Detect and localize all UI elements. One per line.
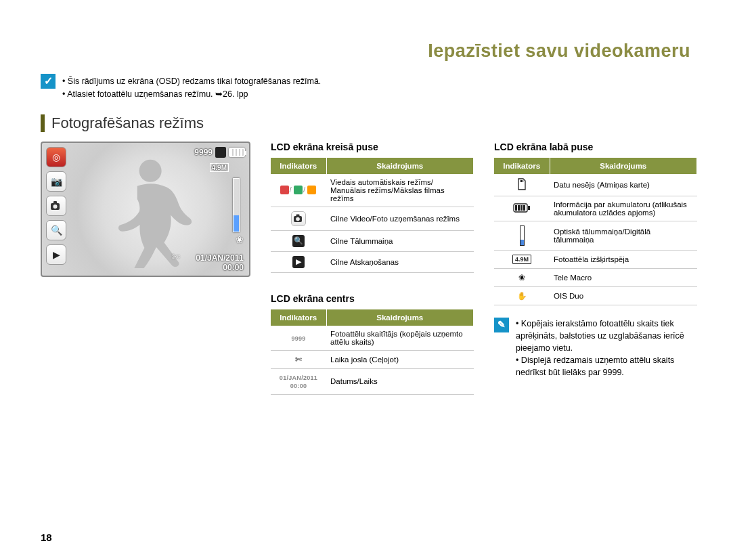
- table-row: ❀ Tele Macro: [494, 268, 697, 286]
- playback-tab-icon: ▶: [292, 256, 305, 268]
- right-table-heading: LCD ekrāna labā puse: [494, 142, 697, 152]
- table-row: / / Viedais automātiskais režīms/ Manuāl…: [271, 174, 474, 207]
- ois-duo-icon: ✋: [517, 292, 527, 300]
- resolution-icon: 4.9M: [512, 255, 531, 264]
- svg-rect-14: [523, 205, 525, 211]
- table-row: ▶ Cilne Atskaņošanas: [271, 251, 474, 272]
- sd-icon: [215, 147, 226, 158]
- svg-point-1: [53, 204, 58, 209]
- row-desc: Cilne Tālummaiņa: [326, 230, 474, 251]
- lcd-counter: 9999: [194, 148, 213, 157]
- left-table-heading: LCD ekrāna kreisā puse: [271, 142, 474, 152]
- page-number: 18: [41, 532, 52, 543]
- counter-icon: 9999: [291, 335, 305, 342]
- intro-bullets: • Šis rādījums uz ekrāna (OSD) redzams t…: [62, 74, 321, 101]
- page-title: Iepazīstiet savu videokameru: [41, 41, 690, 62]
- row-desc: Datums/Laiks: [326, 368, 474, 395]
- mode-icon-red: [280, 186, 289, 194]
- table-row: ✋ OIS Duo: [494, 286, 697, 305]
- svg-rect-8: [523, 180, 523, 182]
- th-description: Skaidrojums: [326, 309, 474, 326]
- note-content: • Kopējais ierakstāmo fotoattēlu skaits …: [516, 318, 697, 379]
- zoom-bar: [233, 178, 240, 232]
- row-desc: Cilne Video/Foto uzņemšanas režīms: [326, 207, 474, 230]
- battery-info-icon: [513, 203, 531, 213]
- row-desc: Fotoattēlu skaitītājs (kopējais uzņemto …: [326, 326, 474, 351]
- table-row: 🔍 Cilne Tālummaiņa: [271, 230, 474, 251]
- row-desc: Informācija par akumulatoru (atlikušais …: [550, 196, 697, 221]
- intro-line-1: Šis rādījums uz ekrāna (OSD) redzams tik…: [68, 77, 321, 86]
- lcd-preview: ◎ 📷 🔍 ▶ 9999 4.9M ❀ ✄ 01/JAN/2011: [41, 142, 250, 277]
- intro-line-2: Atlasiet fotoattēlu uzņemšanas režīmu. ➥…: [67, 89, 248, 99]
- datetime-icon: 01/JAN/2011 00:00: [280, 374, 317, 390]
- playback-tab-button[interactable]: ▶: [46, 244, 66, 265]
- section-title: Fotografēšanas režīms: [41, 114, 690, 132]
- macro-icon: ❀: [236, 234, 244, 245]
- center-table-heading: LCD ekrāna centrs: [271, 293, 474, 304]
- left-table: Indikators Skaidrojums / / Viedais autom…: [271, 158, 474, 273]
- svg-rect-10: [528, 206, 530, 210]
- svg-rect-11: [515, 205, 517, 211]
- silhouette-icon: [103, 156, 204, 268]
- check-icon: ✓: [41, 74, 56, 89]
- th-indicator: Indikators: [271, 158, 326, 174]
- th-description: Skaidrojums: [550, 158, 697, 174]
- row-desc: Tele Macro: [550, 268, 697, 286]
- th-description: Skaidrojums: [326, 158, 474, 174]
- table-row: 01/JAN/2011 00:00 Datums/Laiks: [271, 368, 474, 395]
- timezone-icon: ✄: [295, 356, 302, 364]
- scissors-icon: ✄: [172, 251, 180, 262]
- note-line-1: Kopējais ierakstāmo fotoattēlu skaits ti…: [516, 319, 684, 353]
- lcd-date: 01/JAN/2011: [196, 253, 244, 263]
- photo-tab-button[interactable]: 📷: [46, 171, 66, 192]
- sd-card-icon: [516, 178, 527, 190]
- right-table: Indikators Skaidrojums Datu nesējs (Atmi…: [494, 158, 697, 305]
- battery-icon: [229, 148, 245, 157]
- zoom-tab-button[interactable]: 🔍: [46, 220, 66, 240]
- mode-icon-green: [294, 186, 303, 194]
- note-line-2: Displejā redzamais uzņemto attēlu skaits…: [516, 356, 674, 377]
- row-desc: Viedais automātiskais režīms/ Manuālais …: [326, 174, 474, 207]
- th-indicator: Indikators: [271, 309, 326, 326]
- lcd-resolution: 4.9M: [210, 163, 229, 172]
- table-row: Cilne Video/Foto uzņemšanas režīms: [271, 207, 474, 230]
- svg-rect-2: [53, 201, 57, 204]
- table-row: 9999 Fotoattēlu skaitītājs (kopējais uzņ…: [271, 326, 474, 351]
- svg-rect-6: [520, 180, 520, 182]
- lcd-time: 00:00: [223, 263, 244, 272]
- tele-macro-icon: ❀: [518, 274, 525, 282]
- table-row: Informācija par akumulatoru (atlikušais …: [494, 196, 697, 221]
- camera-tab-button[interactable]: [46, 196, 66, 216]
- zoom-bar-icon: [520, 225, 525, 246]
- note-icon: ✎: [494, 318, 509, 332]
- mode-icon-orange: [307, 186, 316, 194]
- row-desc: Optiskā tālummaiņa/Digitālā tālummaiņa: [550, 221, 697, 250]
- zoom-tab-icon: 🔍: [292, 235, 305, 247]
- row-desc: Datu nesējs (Atmiņas karte): [550, 174, 697, 196]
- center-table: Indikators Skaidrojums 9999 Fotoattēlu s…: [271, 309, 474, 395]
- camera-tab-icon: [291, 211, 306, 226]
- row-desc: Laika josla (Ceļojot): [326, 350, 474, 368]
- svg-rect-12: [518, 205, 520, 211]
- svg-rect-7: [521, 180, 522, 182]
- mode-smart-button[interactable]: ◎: [46, 147, 66, 167]
- th-indicator: Indikators: [494, 158, 550, 174]
- table-row: 4.9M Fotoattēla izšķirtspēja: [494, 250, 697, 268]
- row-desc: Cilne Atskaņošanas: [326, 251, 474, 272]
- row-desc: Fotoattēla izšķirtspēja: [550, 250, 697, 268]
- table-row: ✄ Laika josla (Ceļojot): [271, 350, 474, 368]
- svg-point-4: [296, 217, 300, 221]
- table-row: Datu nesējs (Atmiņas karte): [494, 174, 697, 196]
- row-desc: OIS Duo: [550, 286, 697, 305]
- svg-rect-5: [296, 215, 300, 217]
- table-row: Optiskā tālummaiņa/Digitālā tālummaiņa: [494, 221, 697, 250]
- svg-rect-13: [520, 205, 523, 211]
